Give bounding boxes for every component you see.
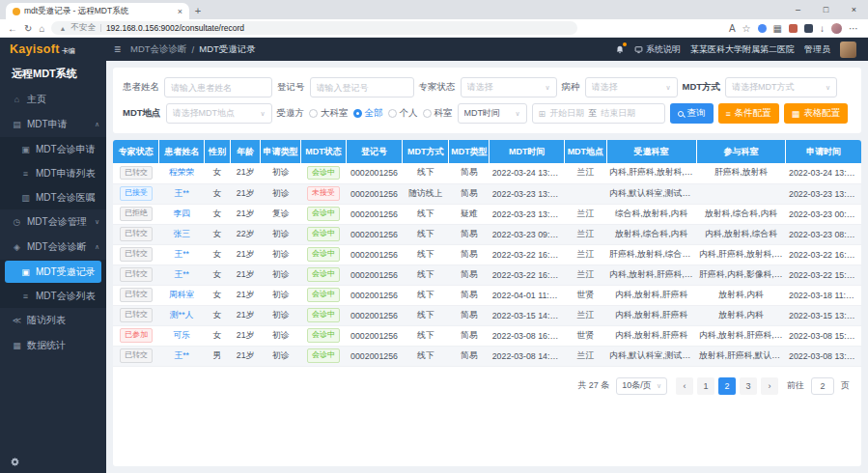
patient-name-input[interactable] (164, 77, 272, 97)
sidebar-item-stats[interactable]: ▦ 数据统计 (0, 333, 106, 358)
next-page-button[interactable]: › (761, 377, 778, 395)
sidebar-group-mdt-apply[interactable]: ▤ MDT申请 ∧ (0, 112, 106, 137)
mdt-place-label: MDT地点 (123, 107, 161, 120)
patient-name-link[interactable]: 李四 (173, 209, 190, 218)
cell-apply_type: 初诊 (261, 224, 301, 244)
mdt-date-range-picker[interactable]: ⊞ 开始日期 至 结束日期 (532, 103, 665, 124)
cell-age: 21岁 (230, 204, 260, 224)
cell-mdt_status: 会诊中 (301, 285, 346, 305)
patient-name-link[interactable]: 王** (174, 269, 189, 279)
invited-party-option-dept[interactable]: 科室 (423, 107, 453, 120)
system-title: 远程MDT系统 (0, 61, 106, 87)
patient-name-link[interactable]: 王** (174, 188, 189, 198)
page-button-1[interactable]: 1 (697, 377, 714, 395)
patient-name-label: 患者姓名 (123, 81, 159, 94)
invited-party-option-personal[interactable]: 个人 (388, 107, 418, 120)
table-config-button[interactable]: ▦ 表格配置 (784, 103, 849, 124)
reg-no-input[interactable] (310, 77, 414, 97)
invited-party-option-all[interactable]: 全部 (353, 107, 383, 120)
page-button-2[interactable]: 2 (718, 377, 736, 395)
sidebar-item-mdt-consult-orders[interactable]: ▥ MDT会诊医嘱 (0, 185, 106, 209)
extension-icon-1[interactable] (758, 24, 767, 33)
cell-apply_type: 初诊 (261, 305, 301, 325)
mdt-mode-select[interactable]: 请选择MDT方式 ∨ (725, 77, 837, 97)
column-header-apply_type: 申请类型 (261, 140, 301, 163)
page-size-select[interactable]: 10条/页 ∨ (616, 377, 667, 395)
browser-home-icon[interactable]: ⌂ (39, 19, 44, 38)
condition-config-button[interactable]: ≡ 条件配置 (718, 103, 779, 124)
cell-mdt_status: 会诊中 (301, 346, 346, 366)
expert-status-label: 专家状态 (419, 81, 456, 94)
user-avatar[interactable] (840, 42, 856, 58)
settings-gear-icon[interactable] (10, 457, 20, 467)
patient-name-link[interactable]: 可乐 (173, 330, 190, 340)
sidebar-group-mdt-diagnosis[interactable]: ◈ MDT会诊诊断 ∧ (0, 235, 106, 260)
tab-close-icon[interactable]: × (178, 7, 182, 16)
mdt-apply-icon: ▤ (12, 120, 22, 129)
column-header-age: 年龄 (230, 140, 260, 163)
cell-gender: 女 (204, 305, 230, 325)
sidebar-item-home[interactable]: ⌂ 主页 (0, 87, 106, 112)
cell-age: 22岁 (230, 224, 260, 244)
cell-mdt_place: 兰江 (565, 163, 606, 183)
back-icon[interactable]: ← (8, 19, 17, 38)
extension-icon-2[interactable]: ▦ (773, 19, 782, 38)
sidebar-item-mdt-consult-list[interactable]: ≡ MDT会诊列表 (0, 284, 106, 308)
browser-tab[interactable]: mdt受邀记录 - 远程MDT系统 × (6, 3, 189, 19)
notification-bell-icon[interactable] (615, 44, 625, 55)
expert-status-select[interactable]: 请选择 ∨ (461, 77, 557, 97)
patient-name-link[interactable]: 程荣荣 (169, 167, 194, 177)
cell-mdt_place (565, 183, 606, 204)
patient-name-link[interactable]: 张三 (173, 229, 190, 238)
sidebar-item-mdt-manage[interactable]: ◷ MDT会诊管理 ∨ (0, 209, 106, 235)
sidebar-item-followup[interactable]: ≪ 随访列表 (0, 308, 106, 333)
table-row: 已转交王**女21岁初诊会诊中0002001256线下简易2022-03-22 … (113, 264, 861, 285)
favorites-star-icon[interactable]: ☆ (742, 19, 751, 38)
sidebar-item-mdt-invited-records[interactable]: ▣ MDT受邀记录 (5, 261, 101, 283)
invited-party-label: 受邀方 (277, 107, 305, 120)
cell-invited_depts: 肝癌科,放射科,综合科,内科 (606, 244, 696, 264)
mdt-place-select[interactable]: 请选择MDT地点 ∨ (166, 103, 272, 124)
page-button-3[interactable]: 3 (740, 377, 757, 395)
downloads-icon[interactable]: ↓ (820, 19, 825, 38)
new-tab-button[interactable]: + (189, 3, 207, 19)
collapse-menu-icon[interactable]: ≡ (114, 42, 121, 56)
patient-name-link[interactable]: 周科室 (169, 290, 194, 299)
mdt-status-badge: 会诊中 (307, 348, 340, 362)
tab-favicon-icon (13, 8, 20, 15)
browser-menu-icon[interactable]: ⋯ (849, 19, 858, 38)
address-divider (100, 24, 101, 32)
extension-icon-3[interactable] (789, 24, 798, 33)
column-header-name: 患者姓名 (159, 140, 204, 163)
patient-name-link[interactable]: 王** (174, 350, 189, 360)
cell-invited_depts: 内科,放射科,肝癌科 (606, 325, 696, 346)
cell-name: 可乐 (159, 325, 204, 346)
window-minimize-button[interactable]: – (784, 0, 812, 19)
patient-name-link[interactable]: 王** (174, 249, 189, 259)
search-button[interactable]: 查询 (670, 103, 714, 124)
invited-party-option-big-dept[interactable]: 大科室 (309, 107, 349, 120)
sidebar-item-mdt-apply-list[interactable]: ≡ MDT申请列表 (0, 161, 106, 185)
browser-profile-avatar[interactable] (831, 23, 842, 34)
refresh-icon[interactable]: ↻ (24, 19, 32, 38)
prev-page-button[interactable]: ‹ (676, 377, 693, 395)
cell-apply_time: 2022-03-18 11:28:25 (786, 285, 861, 305)
read-aloud-icon[interactable]: A (729, 19, 736, 38)
mdt-mode-label: MDT方式 (683, 81, 721, 94)
patient-name-link[interactable]: 测**人 (170, 310, 193, 320)
window-close-button[interactable]: × (840, 0, 868, 19)
column-header-invited_depts: 受邀科室 (606, 140, 696, 163)
cell-mdt_type: 简易 (449, 244, 490, 264)
cell-apply_time: 2022-03-08 13:56:56 (786, 346, 861, 366)
mdt-time-select[interactable]: MDT时间 ∨ (458, 103, 527, 124)
cell-mdt_time: 2022-03-23 13:00:00 (490, 204, 565, 224)
window-maximize-button[interactable]: □ (812, 0, 840, 19)
system-help-link[interactable]: 系统说明 (634, 43, 681, 56)
table-row: 已接受王**女21岁初诊未接受0002001256随访线上简易2022-03-2… (113, 183, 861, 204)
disease-select[interactable]: 请选择 ∨ (585, 77, 678, 97)
table-row: 已拒绝李四女21岁复诊会诊中0002001256线下疑难2022-03-23 1… (113, 204, 861, 224)
goto-page-input[interactable] (811, 377, 834, 395)
extension-icon-4[interactable] (804, 24, 813, 33)
sidebar-item-mdt-consult-apply[interactable]: ▣ MDT会诊申请 (0, 137, 106, 161)
address-bar[interactable]: ▲ 不安全 192.168.0.156:9002/consultate/reco… (51, 21, 577, 35)
